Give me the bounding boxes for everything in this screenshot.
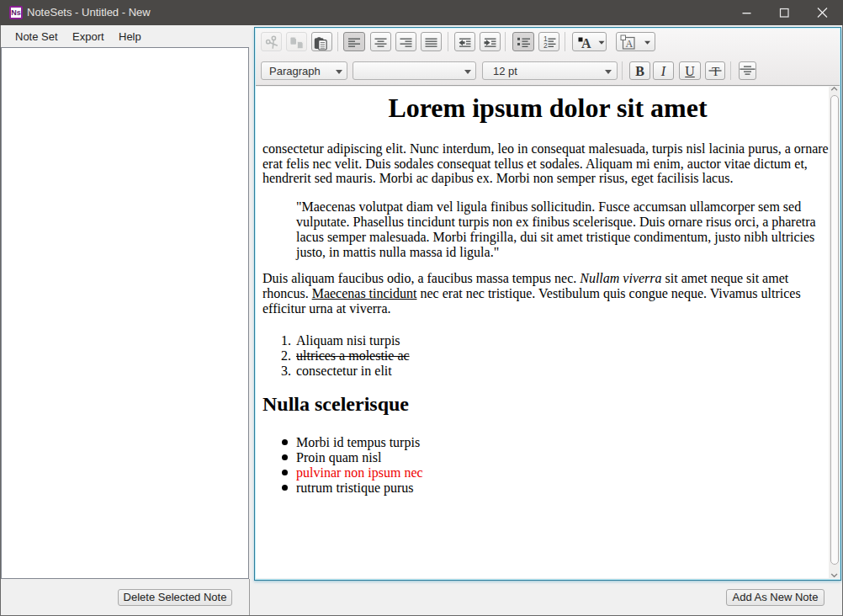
- svg-text:A: A: [581, 36, 591, 50]
- svg-text:A: A: [626, 38, 634, 50]
- svg-text:2: 2: [543, 41, 548, 50]
